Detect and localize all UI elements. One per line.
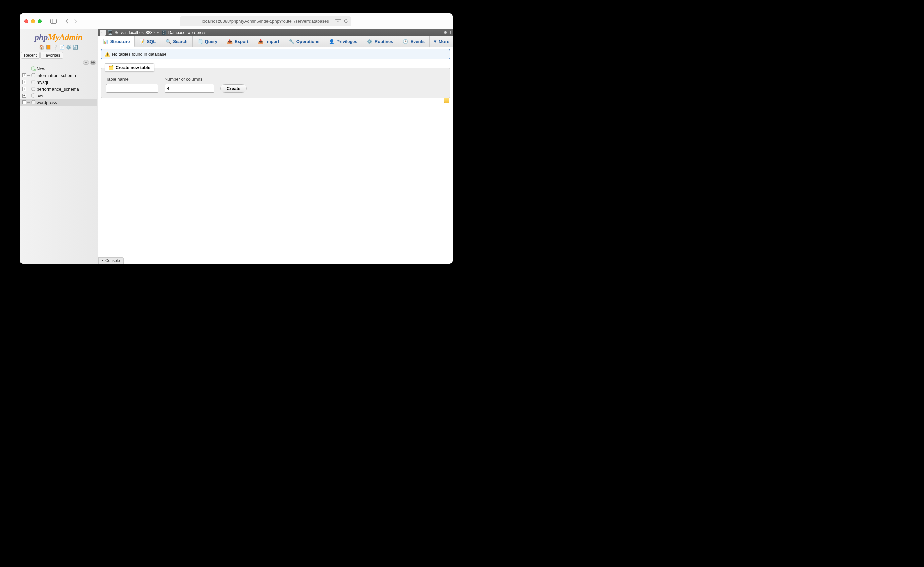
sidebar-toggle-icon[interactable] — [49, 17, 58, 25]
db-label: sys — [37, 93, 44, 98]
collapse-panel-icon[interactable]: ⤴ — [449, 30, 451, 35]
events-icon: 🕒 — [403, 39, 408, 44]
collapse-icon[interactable]: − — [22, 100, 26, 104]
search-icon: 🔍 — [165, 39, 171, 44]
titlebar: localhost:8888/phpMyAdmin5/index.php?rou… — [20, 14, 453, 29]
forward-button[interactable] — [71, 17, 80, 25]
breadcrumb-database[interactable]: Database: wordpress — [168, 30, 206, 35]
new-database-label: New — [37, 66, 45, 71]
expand-icon[interactable]: + — [22, 80, 26, 84]
notice-text: No tables found in database. — [112, 51, 168, 57]
structure-icon: 📊 — [103, 39, 108, 44]
bookmark-icon[interactable] — [444, 98, 449, 103]
sql-icon[interactable]: 📄 — [59, 44, 64, 50]
breadcrumb-back-button[interactable]: ← — [100, 30, 106, 36]
collapse-all-icon[interactable]: – — [83, 60, 89, 65]
new-table-icon: 🗂️ — [108, 65, 114, 70]
database-icon — [31, 80, 36, 84]
phpmyadmin-logo[interactable]: phpMyAdmin — [20, 31, 98, 43]
tab-sql[interactable]: 📝SQL — [135, 36, 161, 47]
create-table-fieldset: 🗂️ Create new table Table name Number of… — [101, 68, 450, 98]
routines-icon: ⚙️ — [367, 39, 372, 44]
favorites-tab[interactable]: Favorites — [40, 52, 63, 59]
tab-structure[interactable]: 📊Structure — [98, 36, 135, 47]
database-icon — [31, 100, 36, 105]
url-text: localhost:8888/phpMyAdmin5/index.php?rou… — [201, 18, 329, 24]
db-item-mysql[interactable]: + mysql — [20, 79, 97, 86]
db-label: performance_schema — [37, 87, 79, 92]
chevron-down-icon: ▼ — [433, 39, 437, 44]
docs-icon[interactable]: ❔ — [52, 44, 58, 50]
logout-icon[interactable]: 📙 — [46, 44, 51, 50]
new-db-icon: + — [31, 66, 36, 71]
privileges-icon: 👤 — [329, 39, 334, 44]
create-table-legend: 🗂️ Create new table — [105, 63, 154, 72]
sidebar: phpMyAdmin 🏠 📙 ❔ 📄 ⚙️ 🔄 Recent Favorites… — [20, 29, 98, 264]
breadcrumb-server[interactable]: Server: localhost:8889 — [115, 30, 155, 35]
console-icon: ▪ — [102, 258, 103, 263]
tab-operations[interactable]: 🔧Operations — [284, 36, 325, 47]
create-button[interactable]: Create — [220, 84, 247, 93]
link-icon[interactable]: ⬮⬮ — [90, 60, 96, 65]
database-icon — [31, 73, 36, 78]
top-tabs: 📊Structure 📝SQL 🔍Search 🗒️Query 📤Export … — [98, 36, 453, 47]
gear-icon[interactable]: ⚙ — [444, 30, 447, 35]
back-button[interactable] — [63, 17, 71, 25]
table-name-label: Table name — [106, 77, 159, 82]
breadcrumb-separator: » — [157, 30, 159, 35]
tab-export[interactable]: 📤Export — [222, 36, 254, 47]
table-name-input[interactable] — [106, 84, 159, 93]
main-panel: ← 🖥️ Server: localhost:8889 » 🗄️ Databas… — [98, 29, 453, 264]
num-columns-input[interactable] — [165, 84, 214, 93]
db-label: wordpress — [37, 100, 57, 105]
close-window-button[interactable] — [24, 19, 28, 23]
sql-tab-icon: 📝 — [139, 39, 145, 44]
expand-icon[interactable]: + — [22, 74, 26, 77]
num-columns-label: Number of columns — [165, 77, 214, 82]
svg-text:+: + — [34, 69, 35, 71]
tab-search[interactable]: 🔍Search — [161, 36, 192, 47]
notice-no-tables: ⚠️ No tables found in database. — [101, 49, 450, 59]
console-toggle[interactable]: ▪ Console — [98, 257, 124, 264]
browser-window: localhost:8888/phpMyAdmin5/index.php?rou… — [20, 14, 453, 264]
svg-text:A: A — [337, 20, 339, 23]
db-item-sys[interactable]: + sys — [20, 92, 97, 99]
zoom-window-button[interactable] — [38, 19, 42, 23]
reload-nav-icon[interactable]: 🔄 — [73, 44, 78, 50]
db-item-wordpress[interactable]: − wordpress — [20, 99, 97, 106]
sidebar-icon-row: 🏠 📙 ❔ 📄 ⚙️ 🔄 — [20, 43, 98, 52]
home-icon[interactable]: 🏠 — [39, 44, 44, 50]
export-icon: 📤 — [227, 39, 232, 44]
tab-more[interactable]: ▼More — [430, 36, 453, 47]
db-label: mysql — [37, 80, 48, 85]
reader-icon[interactable]: A — [335, 19, 341, 23]
expand-icon[interactable]: + — [22, 87, 26, 91]
database-tree: + New + information_schema + mysql + per… — [20, 65, 98, 106]
recent-tab[interactable]: Recent — [21, 52, 40, 59]
operations-icon: 🔧 — [289, 39, 294, 44]
expand-icon[interactable]: + — [22, 93, 26, 98]
database-icon — [31, 93, 36, 98]
tab-import[interactable]: 📥Import — [254, 36, 284, 47]
content-area: ⚠️ No tables found in database. 🗂️ Creat… — [98, 47, 453, 264]
warning-icon: ⚠️ — [105, 51, 110, 57]
new-database-item[interactable]: + New — [20, 65, 97, 72]
url-bar[interactable]: localhost:8888/phpMyAdmin5/index.php?rou… — [180, 17, 351, 26]
minimize-window-button[interactable] — [31, 19, 35, 23]
reload-icon[interactable] — [344, 19, 348, 23]
db-item-performance-schema[interactable]: + performance_schema — [20, 86, 97, 92]
db-label: information_schema — [37, 73, 76, 78]
db-item-information-schema[interactable]: + information_schema — [20, 72, 97, 79]
breadcrumb: ← 🖥️ Server: localhost:8889 » 🗄️ Databas… — [98, 29, 453, 36]
database-icon — [31, 87, 36, 91]
tab-routines[interactable]: ⚙️Routines — [362, 36, 398, 47]
settings-icon[interactable]: ⚙️ — [66, 44, 71, 50]
tab-events[interactable]: 🕒Events — [398, 36, 430, 47]
query-icon: 🗒️ — [198, 39, 203, 44]
tab-privileges[interactable]: 👤Privileges — [324, 36, 362, 47]
window-controls — [24, 19, 42, 23]
import-icon: 📥 — [258, 39, 264, 44]
server-icon: 🖥️ — [108, 30, 113, 35]
tab-query[interactable]: 🗒️Query — [193, 36, 223, 47]
svg-rect-0 — [51, 19, 57, 23]
